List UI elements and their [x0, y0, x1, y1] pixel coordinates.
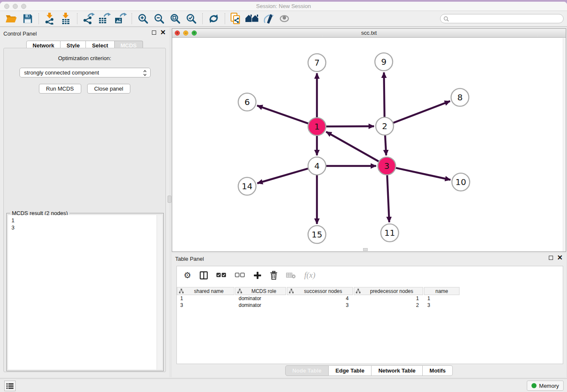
- table-cell[interactable]: 2: [354, 302, 424, 309]
- task-history-button[interactable]: [4, 381, 16, 391]
- graph-edge-3-10[interactable]: [396, 168, 450, 180]
- application-window: Session: New Session: [0, 2, 567, 392]
- table-cell[interactable]: 1: [354, 295, 424, 302]
- close-panel-icon[interactable]: ✕: [160, 30, 166, 35]
- window-controls: [4, 4, 26, 9]
- toolbar-search: [440, 14, 564, 23]
- mcds-result-textarea[interactable]: 13: [8, 215, 162, 370]
- zoom-window-icon[interactable]: [21, 4, 26, 9]
- toolbar-separator: [77, 13, 77, 24]
- memory-button[interactable]: Memory: [527, 381, 564, 391]
- main-toolbar: [0, 11, 567, 27]
- import-network-button[interactable]: [42, 12, 58, 25]
- content-area: Control Panel ✕ Network Style Select MCD…: [0, 27, 567, 378]
- close-network-icon[interactable]: ×: [175, 30, 180, 36]
- clone-network-button[interactable]: [228, 12, 244, 25]
- table-body: 1dominator4113dominator323: [177, 295, 563, 309]
- hide-panels-button[interactable]: [276, 12, 292, 25]
- network-scrollbar[interactable]: [563, 38, 566, 251]
- table-row[interactable]: 3dominator323: [177, 302, 563, 309]
- apply-layout-button[interactable]: [206, 12, 222, 25]
- tab-motifs[interactable]: Motifs: [423, 365, 453, 376]
- network-canvas[interactable]: 7968124314101511: [172, 38, 566, 251]
- refresh-icon: [208, 13, 219, 24]
- graph-edge-2-9[interactable]: [384, 72, 384, 117]
- table-cell[interactable]: dominator: [235, 302, 287, 309]
- float-panel-icon[interactable]: [152, 30, 156, 35]
- table-cell[interactable]: 1: [177, 295, 235, 302]
- minimize-network-icon[interactable]: −: [183, 30, 188, 36]
- maximize-network-icon[interactable]: +: [192, 30, 197, 36]
- unselect-all-icon[interactable]: [235, 273, 245, 278]
- import-table-button[interactable]: [58, 12, 74, 25]
- mcds-panel: Optimization criterion: strongly connect…: [3, 48, 166, 372]
- zoom-fit-button[interactable]: [167, 12, 183, 25]
- delete-column-icon[interactable]: [270, 271, 278, 280]
- graph-edge-1-2[interactable]: [326, 126, 374, 127]
- list-icon: [6, 383, 14, 389]
- column-header-shared-name[interactable]: shared name: [177, 287, 234, 295]
- table-cell[interactable]: 3: [424, 302, 460, 309]
- show-style-button[interactable]: [260, 12, 276, 25]
- show-all-networks-button[interactable]: [244, 12, 260, 25]
- open-folder-icon: [5, 14, 18, 24]
- open-session-button[interactable]: [3, 12, 19, 25]
- select-all-icon[interactable]: [216, 273, 226, 278]
- graph-edge-2-3[interactable]: [385, 135, 386, 155]
- close-table-panel-icon[interactable]: ✕: [557, 255, 563, 260]
- table-cell[interactable]: 3: [177, 302, 235, 309]
- column-header-name[interactable]: name: [424, 287, 460, 295]
- table-settings-gear-icon[interactable]: ⚙: [184, 271, 191, 279]
- table-cell[interactable]: 4: [287, 295, 354, 302]
- tab-node-table[interactable]: Node Table: [285, 365, 329, 376]
- table-cell[interactable]: 1: [424, 295, 460, 302]
- optimization-criterion-label: Optimization criterion:: [4, 55, 165, 61]
- table-panel: Table Panel ✕ ⚙: [172, 253, 566, 377]
- show-columns-icon[interactable]: [200, 271, 208, 279]
- run-mcds-button[interactable]: Run MCDS: [39, 84, 81, 94]
- column-header-successor-nodes[interactable]: successor nodes: [287, 287, 353, 295]
- tab-edge-table[interactable]: Edge Table: [329, 365, 372, 376]
- save-session-button[interactable]: [19, 12, 36, 25]
- graph-edge-2-8[interactable]: [394, 101, 450, 123]
- add-column-icon[interactable]: [253, 271, 261, 279]
- network-window-controls: × − +: [175, 30, 197, 36]
- zoom-in-icon: [138, 13, 149, 25]
- export-image-button[interactable]: [113, 12, 129, 25]
- export-network-button[interactable]: [80, 12, 96, 25]
- criterion-dropdown-value: strongly connected component: [24, 69, 99, 76]
- column-header-predecessor-nodes[interactable]: predecessor nodes: [354, 287, 423, 295]
- table-cell[interactable]: dominator: [235, 295, 287, 302]
- close-panel-button[interactable]: Close panel: [87, 84, 131, 94]
- table-panel-title: Table Panel: [175, 256, 204, 262]
- mcds-result-lines: 13: [8, 215, 162, 233]
- mcds-result-group: MCDS result (2 nodes) 13: [6, 213, 164, 371]
- graph-node-label: 2: [382, 121, 388, 131]
- search-input[interactable]: [440, 14, 564, 23]
- minimize-window-icon[interactable]: [13, 4, 18, 9]
- zoom-out-button[interactable]: [151, 12, 167, 25]
- export-table-button[interactable]: [96, 12, 113, 25]
- graph-edge-4-14[interactable]: [257, 168, 308, 183]
- zoom-in-button[interactable]: [135, 12, 151, 25]
- panel-splitter-handle[interactable]: [168, 196, 171, 203]
- criterion-dropdown[interactable]: strongly connected component: [19, 68, 151, 77]
- column-header-label: shared name: [184, 288, 234, 294]
- float-table-panel-icon[interactable]: [549, 256, 553, 260]
- graph-node-label: 9: [381, 57, 387, 67]
- zoom-selected-button[interactable]: [183, 12, 199, 25]
- table-cell[interactable]: 3: [287, 302, 354, 309]
- graph-edge-3-11[interactable]: [387, 175, 389, 222]
- result-line: 1: [11, 217, 159, 224]
- network-resize-handle[interactable]: [363, 248, 368, 251]
- graph-node-label: 4: [314, 161, 320, 171]
- table-row[interactable]: 1dominator411: [177, 295, 563, 302]
- tab-network-table[interactable]: Network Table: [372, 365, 423, 376]
- import-table-icon: [60, 13, 72, 25]
- column-header-MCDS-role[interactable]: MCDS role: [235, 287, 286, 295]
- close-window-icon[interactable]: [4, 4, 9, 9]
- graph-edge-1-6[interactable]: [257, 105, 308, 123]
- result-scrollbar[interactable]: [157, 215, 162, 370]
- control-panel-title: Control Panel: [3, 30, 37, 37]
- graph-edge-3-1[interactable]: [326, 132, 379, 161]
